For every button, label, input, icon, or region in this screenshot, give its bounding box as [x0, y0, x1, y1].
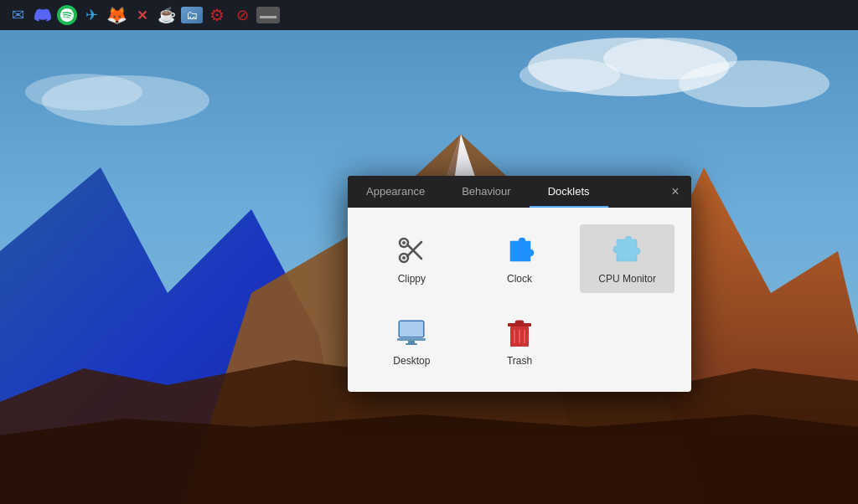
docklet-desktop[interactable]: Desktop — [364, 306, 459, 375]
mail-icon[interactable]: ✉ — [7, 4, 28, 26]
java-icon[interactable]: ☕ — [156, 4, 178, 26]
clock-icon — [502, 233, 537, 268]
taskbar: ✉ ✈ 🦊 ✕ ☕ 🗂 ⚙ ⊘ ▬▬ — [0, 0, 858, 30]
tab-docklets[interactable]: Docklets — [530, 176, 608, 208]
trash-label: Trash — [507, 355, 532, 367]
desktop-label: Desktop — [393, 355, 430, 367]
dialog-tabs: Appearance Behaviour Docklets — [348, 176, 659, 208]
telegram-icon[interactable]: ✈ — [80, 4, 102, 26]
docklet-clippy[interactable]: Clippy — [364, 224, 459, 293]
svg-point-3 — [519, 59, 620, 92]
block-icon[interactable]: ⊘ — [231, 4, 253, 26]
docklet-cpu-monitor[interactable]: CPU Monitor — [580, 224, 675, 293]
spotify-icon[interactable] — [57, 5, 77, 25]
files-icon[interactable]: 🗂 — [181, 7, 203, 23]
cpu-monitor-label: CPU Monitor — [598, 273, 656, 285]
close-button[interactable]: × — [659, 176, 691, 208]
settings-red-icon[interactable]: ⚙ — [206, 4, 228, 26]
svg-rect-26 — [406, 343, 417, 345]
svg-line-20 — [407, 242, 421, 256]
clippy-icon — [394, 233, 429, 268]
svg-rect-29 — [515, 321, 524, 324]
clippy-label: Clippy — [398, 273, 426, 285]
desktop-icon — [394, 315, 429, 350]
clock-label: Clock — [507, 273, 532, 285]
svg-point-19 — [402, 241, 406, 244]
docklet-trash[interactable]: Trash — [473, 306, 567, 375]
svg-marker-15 — [0, 414, 858, 504]
docklets-grid: Clippy Clock — [348, 208, 691, 392]
dialog-header: Appearance Behaviour Docklets × — [348, 176, 691, 208]
tab-appearance[interactable]: Appearance — [348, 176, 443, 208]
cpu-monitor-icon — [610, 233, 645, 268]
svg-line-21 — [407, 244, 421, 259]
svg-point-6 — [25, 74, 142, 111]
discord-icon[interactable] — [32, 4, 54, 26]
svg-point-18 — [402, 256, 406, 260]
firefox-icon[interactable]: 🦊 — [106, 4, 127, 26]
svg-rect-23 — [400, 321, 423, 337]
svg-point-4 — [679, 60, 830, 107]
docklets-dialog: Appearance Behaviour Docklets × — [348, 176, 691, 392]
tab-behaviour[interactable]: Behaviour — [443, 176, 530, 208]
terminal-icon[interactable]: ▬▬ — [256, 7, 280, 23]
svg-rect-24 — [397, 338, 426, 341]
docklet-clock[interactable]: Clock — [473, 224, 567, 293]
close-x-icon[interactable]: ✕ — [131, 4, 152, 26]
svg-rect-25 — [408, 341, 415, 343]
trash-icon — [502, 315, 537, 350]
